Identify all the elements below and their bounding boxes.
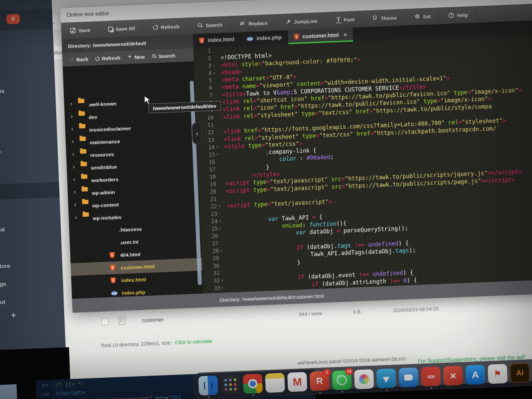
file-name: customer.html [121, 263, 155, 270]
toolbar-button-label: Set [423, 13, 431, 19]
sidebar-add-button[interactable]: + [11, 310, 16, 321]
dock-app-photos[interactable] [354, 369, 374, 389]
code-editor[interactable]: 12<!DOCTYPE html>3▾<html style="backgrou… [194, 33, 532, 294]
chevron-right-icon[interactable]: › [72, 163, 75, 170]
chevron-right-icon[interactable]: › [74, 213, 77, 221]
chevron-right-icon[interactable]: › [71, 138, 74, 145]
dock-app-notes[interactable] [265, 373, 285, 393]
tree-action-new[interactable]: New [127, 54, 145, 60]
html-file-icon: 5 [199, 38, 204, 44]
sidebar-item-label: Security [0, 149, 1, 157]
dock-app-gmail[interactable] [287, 372, 307, 392]
tree-action-search[interactable]: Search [151, 53, 176, 59]
tab-index-html[interactable]: 5index.html [193, 32, 241, 48]
fold-arrow-icon[interactable]: ▾ [219, 219, 224, 223]
fold-arrow-icon[interactable]: ▾ [216, 152, 222, 157]
sidebar-item-monitor[interactable]: Monitor [0, 123, 57, 142]
close-icon[interactable]: × [343, 32, 347, 38]
dock-app-telegram[interactable] [376, 368, 396, 388]
fold-arrow-icon [213, 78, 218, 78]
running-indicator [431, 387, 432, 389]
running-indicator [386, 389, 387, 391]
dock-app-launchpad[interactable] [220, 375, 240, 395]
line-number: 15 [198, 151, 215, 158]
sidebar-item-cron[interactable]: Cron [0, 238, 62, 258]
chevron-right-icon[interactable]: › [74, 201, 76, 208]
sidebar-item-terminal[interactable]: Terminal [0, 220, 61, 239]
sidebar-item-logs[interactable]: Logs [0, 201, 61, 221]
file-name: .user.ini [119, 239, 138, 245]
background-window-edge [0, 384, 19, 399]
refresh-button[interactable]: Refresh [144, 18, 189, 36]
folder-name: wp-content [92, 201, 119, 208]
dock-app-illustrator[interactable] [510, 363, 530, 383]
dock-app-finder[interactable] [198, 375, 218, 395]
line-number: 32 [202, 277, 220, 284]
chevron-right-icon[interactable]: › [73, 176, 75, 183]
toolbar-button-label: Replace [248, 20, 268, 26]
sidebar-item-settings[interactable]: Settings [0, 274, 63, 294]
tree-action-label: Search [159, 53, 176, 59]
save-button[interactable]: Save [61, 21, 99, 40]
folder-name: invoicedisclaimer [89, 125, 131, 133]
fold-arrow-icon[interactable]: ▾ [219, 226, 225, 231]
line-number: 23 [200, 210, 217, 217]
dock-app-remote-1[interactable] [421, 366, 441, 386]
fold-arrow-icon[interactable]: ▾ [221, 285, 227, 290]
fold-arrow-icon[interactable]: ▾ [218, 204, 224, 208]
chevron-right-icon[interactable]: › [73, 188, 76, 196]
new-icon [127, 55, 132, 60]
line-number: 5 [195, 77, 212, 84]
dock-app-chrome[interactable] [243, 374, 263, 394]
tab-label: customer.html [303, 32, 339, 40]
dock-app-app-store[interactable] [466, 365, 485, 385]
jumpline-button[interactable]: JumpLine [276, 12, 327, 31]
fold-arrow-icon[interactable]: ▾ [213, 70, 218, 75]
sidebar-item-log-out[interactable]: Log out [0, 292, 64, 312]
chevron-right-icon[interactable]: › [70, 100, 72, 107]
help-button[interactable]: Help [440, 6, 477, 24]
fold-arrow-icon[interactable]: ▾ [216, 145, 221, 149]
toolbar-button-label: Theme [381, 15, 397, 21]
sidebar-item-app-store[interactable]: App Store [0, 256, 63, 276]
chevron-right-icon[interactable]: › [72, 150, 74, 158]
sidebar-item-website[interactable]: Website [0, 38, 54, 58]
fold-arrow-icon[interactable]: ▾ [212, 63, 218, 68]
sidebar-item-docker[interactable]: Docker [0, 102, 57, 122]
search-button[interactable]: Search [188, 16, 232, 34]
code-text: /* ]]> */ [55, 380, 84, 388]
dock-app-canva[interactable] [487, 364, 507, 384]
chevron-right-icon[interactable]: › [70, 112, 73, 120]
dock-app-books[interactable] [399, 367, 419, 387]
fold-arrow-icon [218, 211, 224, 212]
tab-index-php[interactable]: phpindex.php [240, 30, 288, 46]
dock-app-whatsapp[interactable]: 24 [332, 370, 352, 390]
theme-button[interactable]: Theme [363, 9, 406, 27]
dock-app-remote-2[interactable] [443, 366, 463, 386]
line-number: 14 [197, 144, 215, 151]
sidebar-item-files[interactable]: Files [0, 182, 60, 201]
message-badge[interactable]: 0 [6, 14, 20, 24]
font-button[interactable]: Font [326, 11, 364, 29]
sidebar-item-databases[interactable]: Databases [0, 81, 56, 101]
dock-app-r-app[interactable]: 2 [310, 371, 330, 391]
fold-arrow-icon[interactable]: ▾ [220, 248, 226, 253]
row-checkbox[interactable] [101, 318, 109, 325]
fold-arrow-icon [215, 122, 220, 123]
tree-collapse-handle[interactable]: ‹ [192, 122, 203, 145]
sidebar-item-security[interactable]: Security [0, 143, 58, 162]
fold-arrow-icon [218, 189, 223, 190]
sidebar-item-label: Settings [0, 281, 6, 289]
save-all-button[interactable]: Save All [99, 19, 144, 38]
sidebar-item-waf[interactable]: WAF [0, 163, 59, 182]
file-modified: 2024/03/23 09:24:29 [393, 306, 439, 313]
set-button[interactable]: Set [405, 8, 440, 26]
tree-action-refresh[interactable]: Refresh [95, 55, 120, 62]
chevron-right-icon[interactable]: › [71, 125, 73, 132]
toolbar-button-label: Refresh [161, 24, 179, 30]
replace-button[interactable]: Replace [231, 14, 277, 32]
tree-action-back[interactable]: Back [69, 56, 88, 63]
sidebar-item-label: Databases [0, 88, 5, 95]
fold-arrow-icon[interactable]: ▾ [221, 278, 227, 283]
line-number: 22 [200, 203, 217, 210]
